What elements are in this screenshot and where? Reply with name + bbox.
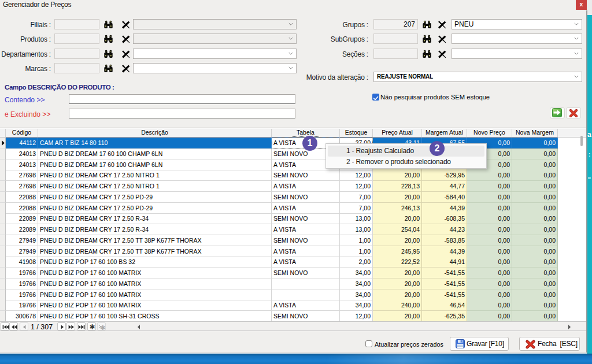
svg-text:✱: ✱ <box>99 324 105 331</box>
svg-text:✱: ✱ <box>89 323 95 331</box>
